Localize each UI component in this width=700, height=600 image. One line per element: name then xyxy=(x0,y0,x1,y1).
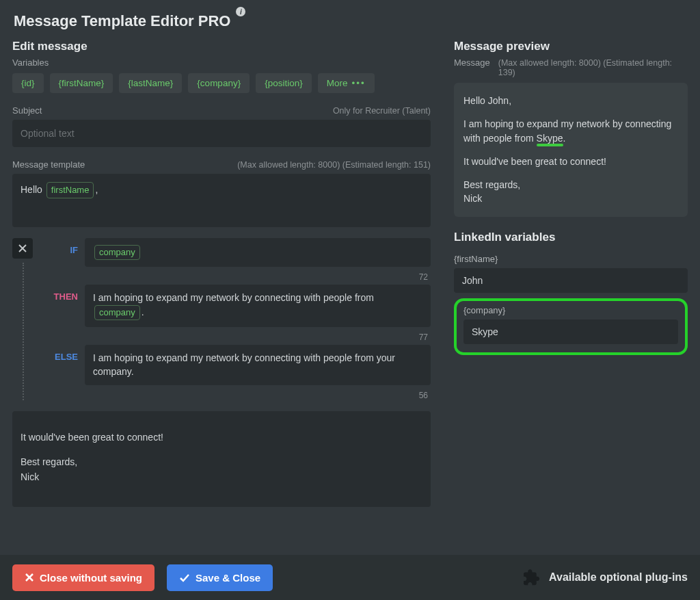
else-body[interactable]: I am hoping to expand my network by conn… xyxy=(85,345,431,385)
template-intro-suffix: , xyxy=(95,184,98,195)
preview-line-3: It would've been great to connect! xyxy=(463,155,678,168)
if-var-tag[interactable]: company xyxy=(94,245,140,260)
save-button-label: Save & Close xyxy=(196,572,260,584)
page-title: Message Template Editor PRO i xyxy=(0,0,244,30)
ellipsis-icon: ••• xyxy=(351,78,365,88)
close-icon xyxy=(25,573,34,582)
template-intro-prefix: Hello xyxy=(21,184,45,195)
preview-hint: (Max allowed length: 8000) (Estimated le… xyxy=(498,58,688,77)
chip-more-label: More xyxy=(327,78,348,88)
template-intro-box[interactable]: Hello firstName, xyxy=(12,174,431,227)
then-count: 77 xyxy=(12,331,431,345)
linkedin-heading: LinkedIn variables xyxy=(454,231,688,244)
preview-heading: Message preview xyxy=(454,40,688,53)
delete-logic-button[interactable] xyxy=(12,238,33,259)
chip-id[interactable]: {id} xyxy=(12,73,44,93)
preview-box: Hello John, I am hoping to expand my net… xyxy=(454,83,688,217)
chip-lastname[interactable]: {lastName} xyxy=(119,73,182,93)
then-body[interactable]: I am hoping to expand my network by conn… xyxy=(85,285,431,327)
check-icon xyxy=(179,573,190,582)
footer-bar: Close without saving Save & Close Availa… xyxy=(0,555,700,600)
close-icon xyxy=(18,244,27,253)
preview-label: Message xyxy=(454,57,490,68)
if-count: 72 xyxy=(12,271,431,285)
preview-line-1: Hello John, xyxy=(463,94,678,107)
else-label: ELSE xyxy=(40,345,78,385)
then-prefix: I am hoping to expand my network by conn… xyxy=(93,292,374,303)
var-company-input[interactable] xyxy=(463,319,678,344)
highlight-company-group: {company} xyxy=(454,298,688,355)
preview-2-post: . xyxy=(563,133,566,144)
subject-label: Subject xyxy=(12,105,42,116)
template-after-box[interactable]: It would've been great to connect! Best … xyxy=(12,411,431,507)
preview-company-highlight: Skype xyxy=(537,133,563,144)
after-line-2: Best regards, xyxy=(21,455,422,470)
preview-4a: Best regards, xyxy=(463,179,520,190)
if-body[interactable]: company xyxy=(85,238,431,267)
var-company-label: {company} xyxy=(463,305,678,315)
subject-input[interactable] xyxy=(12,120,431,147)
puzzle-icon xyxy=(520,567,541,588)
else-count: 56 xyxy=(12,389,431,403)
then-label: THEN xyxy=(40,285,78,327)
edit-heading: Edit message xyxy=(12,40,431,53)
chip-position[interactable]: {position} xyxy=(256,73,312,93)
save-close-button[interactable]: Save & Close xyxy=(167,564,273,591)
preview-line-4: Best regards, Nick xyxy=(463,178,678,206)
if-label: IF xyxy=(40,238,78,267)
close-button-label: Close without saving xyxy=(40,572,142,584)
chip-company[interactable]: {company} xyxy=(188,73,250,93)
var-firstname-input[interactable] xyxy=(454,268,688,293)
template-hint: (Max allowed length: 8000) (Estimated le… xyxy=(237,160,431,170)
info-icon[interactable]: i xyxy=(236,7,245,16)
var-tag-firstname[interactable]: firstName xyxy=(46,182,94,198)
then-var-tag[interactable]: company xyxy=(94,305,140,320)
indent-line xyxy=(23,263,24,400)
close-without-saving-button[interactable]: Close without saving xyxy=(12,564,154,591)
variables-label: Variables xyxy=(12,57,431,68)
plugins-label: Available optional plug-ins xyxy=(549,571,688,584)
chip-more[interactable]: More ••• xyxy=(318,73,375,93)
template-label: Message template xyxy=(12,159,85,170)
then-suffix: . xyxy=(142,306,144,317)
preview-4b: Nick xyxy=(463,193,482,204)
chip-firstname[interactable]: {firstName} xyxy=(50,73,113,93)
after-line-1: It would've been great to connect! xyxy=(21,430,422,445)
plugins-link[interactable]: Available optional plug-ins xyxy=(520,567,688,588)
page-title-text: Message Template Editor PRO xyxy=(14,12,230,29)
var-firstname-label: {firstName} xyxy=(454,254,688,264)
subject-hint: Only for Recruiter (Talent) xyxy=(333,106,431,116)
after-line-3: Nick xyxy=(21,470,422,485)
preview-2-pre: I am hoping to expand my network by conn… xyxy=(463,118,671,143)
preview-line-2: I am hoping to expand my network by conn… xyxy=(463,117,678,145)
